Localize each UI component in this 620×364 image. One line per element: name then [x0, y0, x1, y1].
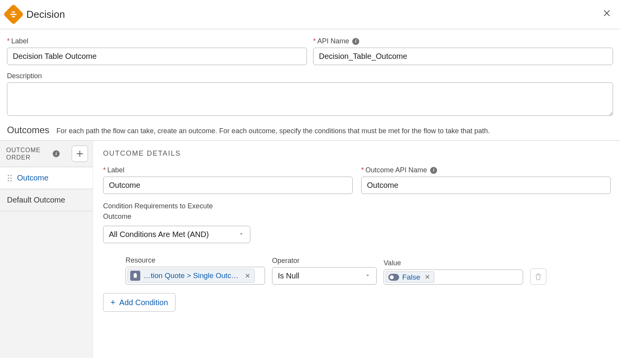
api-name-input[interactable] — [313, 48, 613, 65]
close-button[interactable] — [602, 9, 611, 18]
add-condition-label: Add Condition — [119, 298, 168, 307]
outcome-details-heading: OUTCOME DETAILS — [103, 149, 611, 158]
plus-icon: + — [110, 297, 115, 307]
svg-rect-10 — [134, 274, 137, 278]
dialog-title: Decision — [26, 9, 65, 21]
svg-point-9 — [10, 180, 12, 181]
resource-column-label: Resource — [126, 256, 265, 264]
chevron-down-icon — [365, 271, 371, 280]
sidebar-item-label: Default Outcome — [7, 196, 65, 204]
select-value: Is Null — [278, 271, 300, 280]
resource-token: …tion Quote > Single Outcome — [127, 269, 255, 283]
add-condition-button[interactable]: + Add Condition — [103, 293, 176, 312]
sidebar-item-outcome[interactable]: Outcome — [0, 167, 93, 189]
outcome-api-name-field-label: *Outcome API Name i — [361, 166, 611, 174]
operator-select[interactable]: Is Null — [272, 267, 377, 285]
label-input[interactable] — [7, 48, 307, 65]
svg-point-8 — [8, 180, 9, 181]
value-token-text: False — [402, 273, 420, 282]
api-name-field-label: *API Name i — [313, 37, 613, 45]
value-token: False — [386, 271, 434, 283]
outcome-label-field-label: *Label — [103, 166, 353, 174]
outcomes-help-text: For each path the flow can take, create … — [56, 127, 490, 135]
sidebar-item-default-outcome[interactable]: Default Outcome — [0, 189, 93, 211]
resource-input[interactable]: …tion Quote > Single Outcome — [126, 267, 265, 285]
condition-requirements-label: Condition Requirements to Execute Outcom… — [103, 201, 231, 222]
decision-icon — [3, 4, 24, 25]
sidebar-item-label: Outcome — [17, 173, 48, 182]
value-column-label: Value — [384, 259, 523, 267]
svg-point-7 — [10, 177, 12, 179]
sidebar-header-label: OUTCOME ORDER — [6, 146, 49, 161]
description-field-label: Description — [7, 72, 613, 80]
info-icon[interactable]: i — [352, 38, 359, 45]
svg-point-5 — [10, 175, 12, 176]
remove-resource-icon[interactable] — [243, 271, 252, 280]
operator-column-label: Operator — [272, 257, 377, 265]
select-value: All Conditions Are Met (AND) — [109, 230, 209, 239]
add-outcome-button[interactable] — [72, 146, 88, 162]
value-input[interactable]: False — [384, 270, 523, 285]
outcome-order-sidebar: OUTCOME ORDER i Outcome Default Outcome — [0, 141, 93, 358]
outcomes-heading: Outcomes — [7, 125, 49, 136]
info-icon[interactable]: i — [53, 150, 60, 157]
remove-value-icon[interactable] — [423, 273, 432, 282]
outcomes-panel: OUTCOME ORDER i Outcome Default Outcome — [0, 140, 620, 358]
outcome-label-input[interactable] — [103, 177, 353, 194]
info-icon[interactable]: i — [430, 167, 437, 174]
description-input[interactable] — [7, 82, 613, 116]
svg-rect-11 — [134, 273, 136, 274]
delete-condition-button[interactable] — [530, 268, 546, 285]
toggle-icon — [388, 274, 399, 281]
clipboard-icon — [130, 271, 140, 281]
resource-token-text: …tion Quote > Single Outcome — [143, 271, 240, 280]
condition-requirements-select[interactable]: All Conditions Are Met (AND) — [103, 226, 250, 243]
outcome-api-name-input[interactable] — [361, 177, 611, 194]
svg-point-4 — [8, 175, 9, 176]
dialog-header: Decision — [0, 0, 620, 29]
top-form: *Label *API Name i Description Outcomes … — [0, 29, 620, 140]
svg-point-6 — [8, 177, 9, 179]
outcome-details-panel: OUTCOME DETAILS *Label *Outcome API Name… — [93, 141, 620, 358]
chevron-down-icon — [238, 230, 245, 239]
label-field-label: *Label — [7, 37, 307, 45]
drag-handle-icon[interactable] — [7, 175, 12, 182]
